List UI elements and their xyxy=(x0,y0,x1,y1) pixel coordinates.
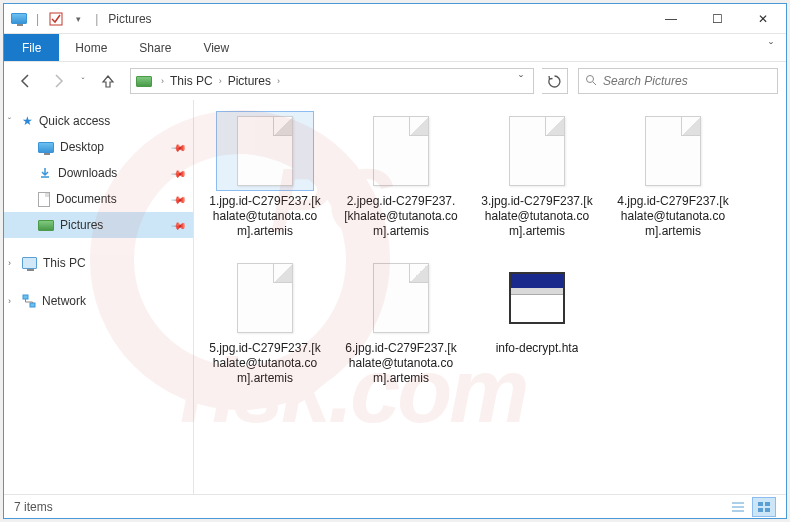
minimize-button[interactable]: — xyxy=(648,4,694,34)
tab-home[interactable]: Home xyxy=(59,34,123,61)
ribbon-expand-icon[interactable]: ˇ xyxy=(756,34,786,61)
file-tab[interactable]: File xyxy=(4,34,59,61)
breadcrumb-sep: › xyxy=(273,76,284,86)
sidebar: ˇ ★ Quick access Desktop 📌 Downloads 📌 D… xyxy=(4,100,194,494)
file-name: 5.jpg.id-C279F237.[khalate@tutanota.com]… xyxy=(206,341,324,386)
breadcrumb[interactable]: › This PC › Pictures › ˇ xyxy=(130,68,534,94)
blank-file-icon xyxy=(373,263,429,333)
hta-icon xyxy=(509,272,565,324)
titlebar: | ▾ | Pictures — ☐ ✕ xyxy=(4,4,786,34)
app-icon xyxy=(10,10,28,28)
file-item[interactable]: 1.jpg.id-C279F237.[khalate@tutanota.com]… xyxy=(206,112,324,239)
svg-line-2 xyxy=(593,82,596,85)
sidebar-label: Quick access xyxy=(39,114,110,128)
statusbar: 7 items xyxy=(4,494,786,518)
thispc-icon xyxy=(22,257,37,269)
file-name: info-decrypt.hta xyxy=(496,341,579,356)
view-details-button[interactable] xyxy=(726,497,750,517)
blank-file-icon xyxy=(237,263,293,333)
breadcrumb-dropdown-icon[interactable]: ˇ xyxy=(513,74,529,88)
navbar: ˇ › This PC › Pictures › ˇ xyxy=(4,62,786,100)
svg-rect-8 xyxy=(758,502,763,506)
sidebar-item-downloads[interactable]: Downloads 📌 xyxy=(4,160,193,186)
svg-point-1 xyxy=(587,75,594,82)
pin-icon: 📌 xyxy=(171,165,187,181)
file-item[interactable]: 4.jpg.id-C279F237.[khalate@tutanota.com]… xyxy=(614,112,732,239)
refresh-button[interactable] xyxy=(542,68,568,94)
svg-rect-11 xyxy=(765,508,770,512)
sidebar-network-group: › Network xyxy=(4,288,193,314)
file-item[interactable]: 5.jpg.id-C279F237.[khalate@tutanota.com]… xyxy=(206,259,324,386)
svg-rect-10 xyxy=(758,508,763,512)
network-icon xyxy=(22,294,36,308)
sidebar-item-desktop[interactable]: Desktop 📌 xyxy=(4,134,193,160)
sidebar-item-thispc[interactable]: › This PC xyxy=(4,250,193,276)
file-item[interactable]: 6.jpg.id-C279F237.[khalate@tutanota.com]… xyxy=(342,259,460,386)
breadcrumb-sep: › xyxy=(215,76,226,86)
search-box[interactable] xyxy=(578,68,778,94)
maximize-button[interactable]: ☐ xyxy=(694,4,740,34)
file-list[interactable]: 1.jpg.id-C279F237.[khalate@tutanota.com]… xyxy=(194,100,786,494)
sidebar-quick-access: ˇ ★ Quick access Desktop 📌 Downloads 📌 D… xyxy=(4,108,193,238)
chevron-right-icon: › xyxy=(8,258,11,268)
window-title: Pictures xyxy=(108,12,151,26)
sidebar-label: Network xyxy=(42,294,86,308)
item-count: 7 items xyxy=(14,500,53,514)
file-name: 6.jpg.id-C279F237.[khalate@tutanota.com]… xyxy=(342,341,460,386)
sidebar-quick-access-header[interactable]: ˇ ★ Quick access xyxy=(4,108,193,134)
file-item[interactable]: 2.jpeg.id-C279F237.[khalate@tutanota.com… xyxy=(342,112,460,239)
file-thumbnail xyxy=(489,112,585,190)
forward-button[interactable] xyxy=(44,67,72,95)
body: ˇ ★ Quick access Desktop 📌 Downloads 📌 D… xyxy=(4,100,786,494)
qat-properties-icon[interactable] xyxy=(47,10,65,28)
document-icon xyxy=(38,192,50,207)
file-item[interactable]: info-decrypt.hta xyxy=(478,259,596,386)
svg-rect-0 xyxy=(50,13,62,25)
file-name: 3.jpg.id-C279F237.[khalate@tutanota.com]… xyxy=(478,194,596,239)
search-input[interactable] xyxy=(603,74,771,88)
svg-rect-9 xyxy=(765,502,770,506)
blank-file-icon xyxy=(373,116,429,186)
breadcrumb-folder-icon xyxy=(135,72,153,90)
breadcrumb-sep: › xyxy=(157,76,168,86)
blank-file-icon xyxy=(237,116,293,186)
file-thumbnail xyxy=(217,112,313,190)
blank-file-icon xyxy=(645,116,701,186)
chevron-down-icon: ˇ xyxy=(8,116,11,126)
picture-icon xyxy=(38,220,54,231)
sidebar-item-pictures[interactable]: Pictures 📌 xyxy=(4,212,193,238)
sidebar-label: This PC xyxy=(43,256,86,270)
view-icons-button[interactable] xyxy=(752,497,776,517)
recent-dropdown[interactable]: ˇ xyxy=(76,67,90,95)
breadcrumb-thispc[interactable]: This PC xyxy=(168,74,215,88)
desktop-icon xyxy=(38,142,54,153)
breadcrumb-pictures[interactable]: Pictures xyxy=(226,74,273,88)
file-name: 2.jpeg.id-C279F237.[khalate@tutanota.com… xyxy=(342,194,460,239)
close-button[interactable]: ✕ xyxy=(740,4,786,34)
up-button[interactable] xyxy=(94,67,122,95)
file-name: 1.jpg.id-C279F237.[khalate@tutanota.com]… xyxy=(206,194,324,239)
qat-dropdown-icon[interactable]: ▾ xyxy=(69,10,87,28)
qat-sep-2: | xyxy=(95,12,98,26)
window-buttons: — ☐ ✕ xyxy=(648,4,786,34)
chevron-right-icon: › xyxy=(8,296,11,306)
file-thumbnail xyxy=(353,259,449,337)
svg-rect-3 xyxy=(23,295,28,299)
search-icon xyxy=(585,74,597,89)
sidebar-thispc-group: › This PC xyxy=(4,250,193,276)
file-thumbnail xyxy=(217,259,313,337)
download-icon xyxy=(38,166,52,180)
quick-access-toolbar: | ▾ | xyxy=(10,10,102,28)
svg-rect-4 xyxy=(30,303,35,307)
sidebar-item-label: Pictures xyxy=(60,218,103,232)
file-item[interactable]: 3.jpg.id-C279F237.[khalate@tutanota.com]… xyxy=(478,112,596,239)
star-icon: ★ xyxy=(22,114,33,128)
sidebar-item-network[interactable]: › Network xyxy=(4,288,193,314)
file-thumbnail xyxy=(353,112,449,190)
ribbon: File Home Share View ˇ xyxy=(4,34,786,62)
back-button[interactable] xyxy=(12,67,40,95)
tab-share[interactable]: Share xyxy=(123,34,187,61)
sidebar-item-documents[interactable]: Documents 📌 xyxy=(4,186,193,212)
qat-sep: | xyxy=(36,12,39,26)
tab-view[interactable]: View xyxy=(187,34,245,61)
